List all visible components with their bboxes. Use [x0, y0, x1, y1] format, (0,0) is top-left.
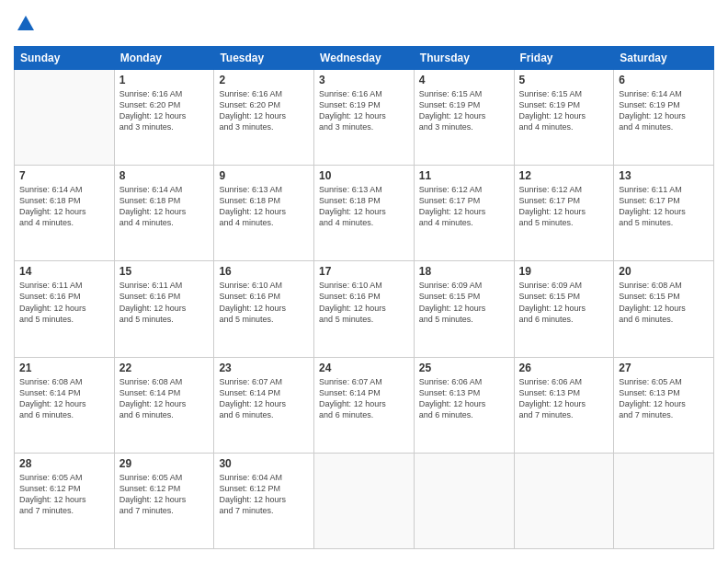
day-info: Sunrise: 6:09 AM Sunset: 6:15 PM Dayligh…	[519, 280, 609, 325]
day-number: 11	[419, 169, 509, 182]
day-cell: 30Sunrise: 6:04 AM Sunset: 6:12 PM Dayli…	[214, 453, 314, 548]
day-number: 18	[419, 265, 509, 278]
day-info: Sunrise: 6:16 AM Sunset: 6:20 PM Dayligh…	[219, 88, 309, 133]
day-info: Sunrise: 6:11 AM Sunset: 6:16 PM Dayligh…	[119, 280, 210, 325]
day-number: 13	[619, 169, 709, 182]
day-info: Sunrise: 6:10 AM Sunset: 6:16 PM Dayligh…	[219, 280, 309, 325]
day-info: Sunrise: 6:08 AM Sunset: 6:14 PM Dayligh…	[119, 376, 210, 421]
day-number: 28	[19, 457, 109, 470]
day-header-wednesday: Wednesday	[314, 46, 415, 69]
day-cell: 21Sunrise: 6:08 AM Sunset: 6:14 PM Dayli…	[15, 357, 115, 453]
day-cell: 2Sunrise: 6:16 AM Sunset: 6:20 PM Daylig…	[214, 69, 314, 165]
day-info: Sunrise: 6:05 AM Sunset: 6:12 PM Dayligh…	[119, 472, 210, 517]
week-row-5: 28Sunrise: 6:05 AM Sunset: 6:12 PM Dayli…	[15, 453, 714, 548]
day-cell: 5Sunrise: 6:15 AM Sunset: 6:19 PM Daylig…	[514, 69, 614, 165]
day-number: 23	[219, 362, 309, 374]
day-header-friday: Friday	[514, 46, 614, 69]
day-info: Sunrise: 6:07 AM Sunset: 6:14 PM Dayligh…	[219, 376, 309, 421]
day-number: 15	[119, 265, 210, 278]
day-cell: 1Sunrise: 6:16 AM Sunset: 6:20 PM Daylig…	[114, 69, 214, 165]
svg-marker-0	[17, 16, 34, 30]
day-cell: 7Sunrise: 6:14 AM Sunset: 6:18 PM Daylig…	[15, 166, 115, 261]
header	[14, 14, 714, 39]
day-info: Sunrise: 6:08 AM Sunset: 6:14 PM Dayligh…	[19, 376, 109, 421]
day-cell: 12Sunrise: 6:12 AM Sunset: 6:17 PM Dayli…	[514, 166, 614, 261]
day-number: 10	[319, 169, 409, 182]
day-cell: 18Sunrise: 6:09 AM Sunset: 6:15 PM Dayli…	[414, 261, 514, 357]
day-number: 9	[219, 169, 309, 182]
day-cell: 13Sunrise: 6:11 AM Sunset: 6:17 PM Dayli…	[614, 166, 714, 261]
day-cell: 29Sunrise: 6:05 AM Sunset: 6:12 PM Dayli…	[114, 453, 214, 548]
week-row-4: 21Sunrise: 6:08 AM Sunset: 6:14 PM Dayli…	[15, 357, 714, 453]
day-number: 21	[19, 362, 109, 374]
week-row-3: 14Sunrise: 6:11 AM Sunset: 6:16 PM Dayli…	[15, 261, 714, 357]
day-number: 5	[519, 74, 609, 86]
day-info: Sunrise: 6:11 AM Sunset: 6:17 PM Dayligh…	[619, 184, 709, 229]
day-number: 3	[319, 74, 409, 86]
day-cell: 11Sunrise: 6:12 AM Sunset: 6:17 PM Dayli…	[414, 166, 514, 261]
day-info: Sunrise: 6:06 AM Sunset: 6:13 PM Dayligh…	[519, 376, 609, 421]
day-info: Sunrise: 6:12 AM Sunset: 6:17 PM Dayligh…	[419, 184, 509, 229]
day-number: 27	[619, 362, 709, 374]
day-header-sunday: Sunday	[15, 46, 115, 69]
day-cell: 23Sunrise: 6:07 AM Sunset: 6:14 PM Dayli…	[214, 357, 314, 453]
day-number: 4	[419, 74, 509, 86]
day-cell: 3Sunrise: 6:16 AM Sunset: 6:19 PM Daylig…	[314, 69, 415, 165]
day-info: Sunrise: 6:11 AM Sunset: 6:16 PM Dayligh…	[19, 280, 109, 325]
day-number: 29	[119, 457, 210, 470]
calendar-header-row: SundayMondayTuesdayWednesdayThursdayFrid…	[15, 46, 714, 69]
day-info: Sunrise: 6:09 AM Sunset: 6:15 PM Dayligh…	[419, 280, 509, 325]
day-number: 7	[19, 169, 109, 182]
day-number: 17	[319, 265, 409, 278]
day-number: 16	[219, 265, 309, 278]
day-info: Sunrise: 6:05 AM Sunset: 6:13 PM Dayligh…	[619, 376, 709, 421]
day-cell: 9Sunrise: 6:13 AM Sunset: 6:18 PM Daylig…	[214, 166, 314, 261]
day-cell: 8Sunrise: 6:14 AM Sunset: 6:18 PM Daylig…	[114, 166, 214, 261]
day-cell: 27Sunrise: 6:05 AM Sunset: 6:13 PM Dayli…	[614, 357, 714, 453]
day-info: Sunrise: 6:10 AM Sunset: 6:16 PM Dayligh…	[319, 280, 409, 325]
day-cell: 25Sunrise: 6:06 AM Sunset: 6:13 PM Dayli…	[414, 357, 514, 453]
day-header-monday: Monday	[114, 46, 214, 69]
day-cell: 4Sunrise: 6:15 AM Sunset: 6:19 PM Daylig…	[414, 69, 514, 165]
day-info: Sunrise: 6:16 AM Sunset: 6:20 PM Dayligh…	[119, 88, 210, 133]
day-cell: 10Sunrise: 6:13 AM Sunset: 6:18 PM Dayli…	[314, 166, 415, 261]
day-info: Sunrise: 6:05 AM Sunset: 6:12 PM Dayligh…	[19, 472, 109, 517]
day-info: Sunrise: 6:16 AM Sunset: 6:19 PM Dayligh…	[319, 88, 409, 133]
day-info: Sunrise: 6:07 AM Sunset: 6:14 PM Dayligh…	[319, 376, 409, 421]
week-row-2: 7Sunrise: 6:14 AM Sunset: 6:18 PM Daylig…	[15, 166, 714, 261]
day-info: Sunrise: 6:15 AM Sunset: 6:19 PM Dayligh…	[419, 88, 509, 133]
day-cell: 26Sunrise: 6:06 AM Sunset: 6:13 PM Dayli…	[514, 357, 614, 453]
day-header-thursday: Thursday	[414, 46, 514, 69]
day-header-tuesday: Tuesday	[214, 46, 314, 69]
day-number: 6	[619, 74, 709, 86]
day-cell	[314, 453, 415, 548]
calendar-table: SundayMondayTuesdayWednesdayThursdayFrid…	[14, 46, 714, 549]
day-cell: 15Sunrise: 6:11 AM Sunset: 6:16 PM Dayli…	[114, 261, 214, 357]
day-number: 1	[119, 74, 210, 86]
week-row-1: 1Sunrise: 6:16 AM Sunset: 6:20 PM Daylig…	[15, 69, 714, 165]
day-info: Sunrise: 6:06 AM Sunset: 6:13 PM Dayligh…	[419, 376, 509, 421]
day-cell	[414, 453, 514, 548]
day-number: 22	[119, 362, 210, 374]
day-info: Sunrise: 6:13 AM Sunset: 6:18 PM Dayligh…	[319, 184, 409, 229]
day-info: Sunrise: 6:13 AM Sunset: 6:18 PM Dayligh…	[219, 184, 309, 229]
page: SundayMondayTuesdayWednesdayThursdayFrid…	[0, 0, 728, 563]
day-number: 19	[519, 265, 609, 278]
day-number: 24	[319, 362, 409, 374]
day-info: Sunrise: 6:08 AM Sunset: 6:15 PM Dayligh…	[619, 280, 709, 325]
day-cell: 19Sunrise: 6:09 AM Sunset: 6:15 PM Dayli…	[514, 261, 614, 357]
day-info: Sunrise: 6:15 AM Sunset: 6:19 PM Dayligh…	[519, 88, 609, 133]
day-number: 14	[19, 265, 109, 278]
day-number: 8	[119, 169, 210, 182]
day-number: 20	[619, 265, 709, 278]
day-cell: 28Sunrise: 6:05 AM Sunset: 6:12 PM Dayli…	[15, 453, 115, 548]
day-number: 2	[219, 74, 309, 86]
day-cell	[614, 453, 714, 548]
day-info: Sunrise: 6:04 AM Sunset: 6:12 PM Dayligh…	[219, 472, 309, 517]
logo-icon	[16, 14, 36, 34]
day-cell: 24Sunrise: 6:07 AM Sunset: 6:14 PM Dayli…	[314, 357, 415, 453]
day-info: Sunrise: 6:14 AM Sunset: 6:19 PM Dayligh…	[619, 88, 709, 133]
day-cell: 16Sunrise: 6:10 AM Sunset: 6:16 PM Dayli…	[214, 261, 314, 357]
day-cell	[514, 453, 614, 548]
day-cell: 20Sunrise: 6:08 AM Sunset: 6:15 PM Dayli…	[614, 261, 714, 357]
